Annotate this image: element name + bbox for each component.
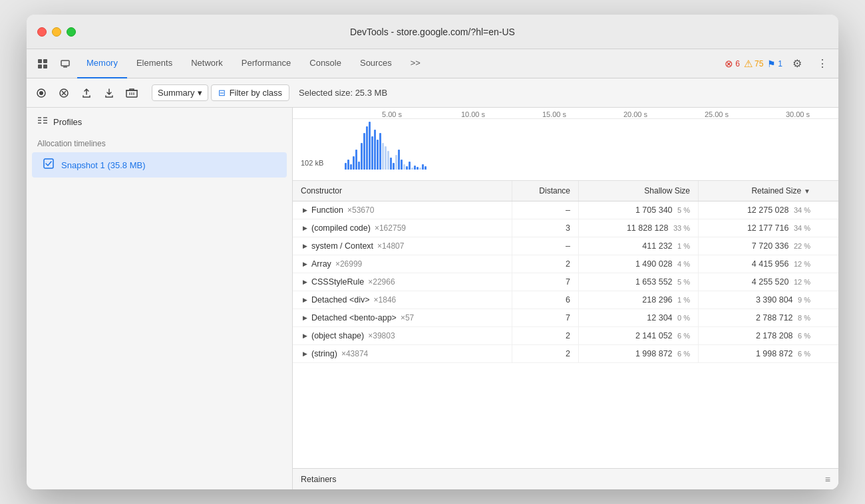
row-retained: 4 415 956 12 % [699,255,818,273]
settings-icon[interactable]: ⚙ [786,55,808,73]
expand-icon[interactable]: ▶ [301,224,309,232]
device-icon[interactable] [55,55,76,73]
expand-icon[interactable]: ▶ [301,296,309,304]
svg-rect-5 [63,66,67,68]
chart-bar [403,164,405,170]
table-row[interactable]: ▶ Array ×26999 2 1 490 028 4 % 4 415 956… [293,255,838,273]
row-distance: 2 [512,327,579,344]
table-row[interactable]: ▶ system / Context ×14807 – 411 232 1 % … [293,237,838,255]
chart-bar [390,158,392,170]
row-distance: 6 [512,291,579,309]
collect-garbage-button[interactable] [122,84,141,102]
chart-bar [425,166,427,170]
info-badge[interactable]: ⚑ 1 [767,59,782,69]
table-row[interactable]: ▶ Detached <bento-app> ×57 7 12 304 0 % … [293,309,838,327]
table-row[interactable]: ▶ (object shape) ×39803 2 2 141 052 6 % … [293,327,838,345]
row-retained: 1 998 872 6 % [699,345,818,362]
table-header: Constructor Distance Shallow Size Retain… [293,181,838,201]
table-row[interactable]: ▶ Function ×53670 – 1 705 340 5 % 12 275… [293,201,838,219]
expand-icon[interactable]: ▶ [301,278,309,286]
chart-bar [350,164,352,170]
record-button[interactable] [32,84,51,102]
chart-bar [406,166,408,170]
snapshot-icon [43,158,55,172]
error-badge[interactable]: ⊗ 6 [725,58,740,70]
snapshot-item[interactable]: Snapshot 1 (35.8 MB) [32,152,287,178]
row-constructor: ▶ CSSStyleRule ×22966 [293,273,512,291]
maximize-button[interactable] [67,27,76,37]
row-constructor: ▶ (object shape) ×39803 [293,327,512,344]
expand-icon[interactable]: ▶ [301,332,309,340]
info-count: 1 [778,59,782,68]
svg-rect-1 [43,59,47,63]
tab-performance[interactable]: Performance [232,49,300,78]
upload-button[interactable] [77,84,96,102]
row-retained: 12 275 028 34 % [699,201,818,219]
row-shallow: 11 828 128 33 % [579,219,699,237]
svg-rect-0 [38,59,42,63]
retainers-bar: Retainers ≡ [293,468,838,489]
chart-bar [411,168,413,170]
warning-badge[interactable]: ⚠ 75 [744,58,763,70]
sidebar: Profiles Allocation timelines Snapshot 1… [27,108,293,489]
expand-icon[interactable]: ▶ [301,350,309,358]
row-distance: 7 [512,309,579,326]
chart-bar [355,150,357,170]
row-distance: – [512,237,579,255]
main-layout: Summary ▾ ⊟ Filter by class Selected siz… [27,78,838,489]
svg-rect-2 [38,64,42,68]
row-distance: 2 [512,345,579,362]
sort-icon[interactable]: ▼ [804,188,810,195]
tab-network[interactable]: Network [182,49,232,78]
chart-bar [419,168,421,170]
expand-icon[interactable]: ▶ [301,314,309,322]
svg-point-7 [39,91,43,95]
selected-size-label: Selected size: 25.3 MB [299,88,387,98]
row-retained: 12 177 716 34 % [699,219,818,237]
chart-bar [371,136,373,170]
tab-memory[interactable]: Memory [77,49,127,78]
row-retained: 2 178 208 6 % [699,327,818,344]
tab-console[interactable]: Console [300,49,351,78]
tick-10s: 10.00 s [432,110,514,118]
tab-elements[interactable]: Elements [127,49,182,78]
row-retained: 7 720 336 22 % [699,237,818,255]
chart-bar [379,133,381,170]
minimize-button[interactable] [52,27,61,37]
expand-icon[interactable]: ▶ [301,206,309,214]
chart-bar [347,160,349,170]
window-title: DevTools - store.google.com/?hl=en-US [350,27,515,37]
clear-button[interactable] [55,84,73,102]
error-count: 6 [735,59,740,68]
table-row[interactable]: ▶ (string) ×43874 2 1 998 872 6 % 1 998 … [293,345,838,363]
table-row[interactable]: ▶ (compiled code) ×162759 3 11 828 128 3… [293,219,838,237]
close-button[interactable] [37,27,47,37]
more-options-icon[interactable]: ⋮ [812,55,833,73]
tab-sources[interactable]: Sources [351,49,401,78]
row-constructor: ▶ Detached <div> ×1846 [293,291,512,309]
dropdown-arrow-icon: ▾ [198,88,202,98]
chart-bar [385,146,387,170]
timeline-area: 5.00 s 10.00 s 15.00 s 20.00 s 25.00 s 3… [293,108,838,181]
chart-bar [409,162,411,170]
grid-icon[interactable] [32,55,53,73]
tab-more[interactable]: >> [401,49,430,78]
filter-by-class-button[interactable]: ⊟ Filter by class [211,84,289,101]
row-constructor: ▶ Function ×53670 [293,201,512,219]
row-shallow: 1 998 872 6 % [579,345,699,362]
table-row[interactable]: ▶ CSSStyleRule ×22966 7 1 653 552 5 % 4 … [293,273,838,291]
menu-icon[interactable]: ≡ [825,474,830,485]
chart-bar [366,126,368,170]
row-retained: 4 255 520 12 % [699,273,818,291]
row-retained: 3 390 804 9 % [699,291,818,309]
filter-icon: ⊟ [218,88,226,98]
expand-icon[interactable]: ▶ [301,242,309,250]
table-row[interactable]: ▶ Detached <div> ×1846 6 218 296 1 % 3 3… [293,291,838,309]
expand-icon[interactable]: ▶ [301,260,309,268]
timeline-ruler: 5.00 s 10.00 s 15.00 s 20.00 s 25.00 s 3… [293,108,838,119]
titlebar: DevTools - store.google.com/?hl=en-US [27,15,838,49]
summary-dropdown[interactable]: Summary ▾ [152,84,208,101]
download-button[interactable] [100,84,118,102]
tick-30s: 30.00 s [757,110,838,118]
chart-bar [374,130,376,170]
